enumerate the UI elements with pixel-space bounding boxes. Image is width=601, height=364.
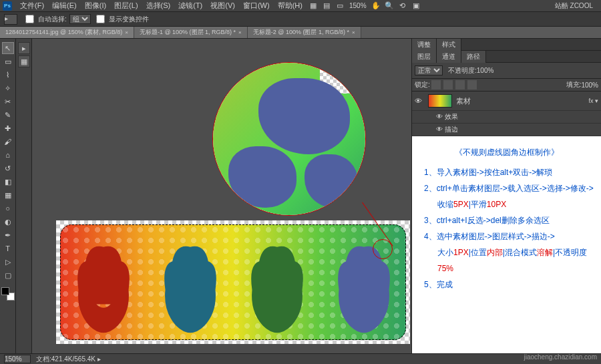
close-icon[interactable]: × (125, 29, 128, 35)
menu-view[interactable]: 视图(V) (206, 1, 239, 11)
hand-icon[interactable]: ✋ (371, 1, 381, 11)
wand-tool[interactable]: ✧ (2, 82, 14, 94)
opacity-value[interactable]: 100% (477, 67, 494, 74)
tutorial-step-1: 1、导入素材图->按住alt+双击->解琐 (419, 164, 594, 180)
close-icon[interactable]: × (238, 29, 242, 35)
stamp-tool[interactable]: ⌂ (2, 149, 14, 161)
face-3 (240, 240, 314, 340)
layer-stroke-row[interactable]: 👁 描边 (412, 124, 601, 136)
document-tab-2[interactable]: 无标题-1 @ 100% (图层 1, RGB/8) *× (134, 27, 248, 38)
canvas[interactable] (32, 39, 411, 353)
tab-paths[interactable]: 路径 (461, 51, 486, 63)
auto-select-label: 自动选择: (38, 15, 67, 24)
workspace: ↖ ▭ ⌇ ✧ ✂ ✎ ✚ 🖌 ⌂ ↺ ◧ ▦ ○ ◐ ✒ T ▷ ▢ ▸ ▦ (0, 39, 601, 353)
document-tab-3[interactable]: 无标题-2 @ 100% (图层 1, RGB/8) *× (248, 27, 361, 38)
magnifier-target-circle (373, 239, 393, 259)
gradient-tool[interactable]: ▦ (2, 189, 14, 201)
type-tool[interactable]: T (2, 242, 14, 254)
lock-transparency-icon[interactable] (431, 80, 441, 89)
tutorial-step-4b: 大小1PX|位置内部|混合模式溶解|不透明度75% (419, 244, 594, 277)
lock-position-icon[interactable] (455, 80, 465, 89)
fill-value[interactable]: 100% (581, 81, 598, 89)
menubar: Ps 文件(F) 编辑(E) 图像(I) 图层(L) 选择(S) 滤镜(T) 视… (0, 0, 601, 12)
tutorial-panel: 《不规则虚线圆角边框制作》 1、导入素材图->按住alt+双击->解琐 2、ct… (412, 136, 601, 353)
menu-window[interactable]: 窗口(W) (239, 1, 274, 11)
layers-header: 正常 不透明度: 100% (412, 63, 601, 79)
brush-tool[interactable]: 🖌 (2, 136, 14, 148)
lock-pixels-icon[interactable] (443, 80, 453, 89)
panels: 调整 样式 图层 通道 路径 正常 不透明度: 100% 锁定: 填充: 100… (411, 39, 601, 353)
pen-tool[interactable]: ✒ (2, 229, 14, 241)
menu-select[interactable]: 选择(S) (142, 1, 175, 11)
mini-tool-1[interactable]: ▸ (18, 42, 30, 54)
visibility-icon[interactable]: 👁 (415, 97, 424, 105)
layers-lock-row: 锁定: 填充: 100% (412, 79, 601, 92)
face-2 (154, 240, 227, 340)
status-bar: 文档:421.4K/565.4K ▸ (0, 353, 601, 364)
menu-filter[interactable]: 滤镜(T) (174, 1, 206, 11)
fill-label: 填充: (566, 80, 582, 89)
panel-tabs-layers: 图层 通道 路径 (412, 51, 601, 63)
layer-name[interactable]: 素材 (456, 96, 471, 106)
panel-tabs-top: 调整 样式 (412, 39, 601, 51)
layer-effects-row[interactable]: 👁 效果 (412, 111, 601, 124)
visibility-icon[interactable]: 👁 (436, 113, 443, 120)
zoom-icon[interactable]: 🔍 (384, 1, 395, 11)
arrange-icon[interactable]: ▭ (335, 1, 345, 11)
foreground-color[interactable] (1, 287, 9, 295)
blend-mode-select[interactable]: 正常 (415, 65, 443, 75)
options-bar: ▸ 自动选择: 组 显示变换控件 (0, 12, 601, 27)
toolbox: ↖ ▭ ⌇ ✧ ✂ ✎ ✚ 🖌 ⌂ ↺ ◧ ▦ ○ ◐ ✒ T ▷ ▢ (0, 39, 16, 353)
tab-adjustments[interactable]: 调整 (412, 39, 437, 51)
mini-tool-2[interactable]: ▦ (18, 55, 30, 67)
extras-icon[interactable]: ▤ (321, 1, 332, 11)
active-tool-icon[interactable]: ▸ (4, 14, 17, 25)
document-info[interactable]: 文档:421.4K/565.4K ▸ (36, 355, 101, 364)
tutorial-step-3: 3、ctrl+alt+I反选->del删除多余选区 (419, 212, 594, 228)
tutorial-title: 《不规则虚线圆角边框制作》 (419, 144, 594, 160)
zoom-level[interactable]: 150% (349, 2, 367, 9)
shape-tool[interactable]: ▢ (2, 269, 14, 281)
layer-thumbnail[interactable] (428, 94, 452, 108)
visibility-icon[interactable]: 👁 (436, 126, 443, 133)
dodge-tool[interactable]: ◐ (2, 216, 14, 228)
face-1 (67, 240, 140, 340)
menu-file[interactable]: 文件(F) (16, 1, 48, 11)
zoom-input[interactable] (4, 355, 31, 363)
color-swatches[interactable] (1, 287, 15, 301)
close-icon[interactable]: × (352, 29, 355, 35)
tab-channels[interactable]: 通道 (437, 51, 461, 63)
menu-edit[interactable]: 编辑(E) (48, 1, 81, 11)
eraser-tool[interactable]: ◧ (2, 176, 14, 188)
rotate-icon[interactable]: ⟲ (397, 1, 408, 11)
screen-mode-icon[interactable]: ▣ (411, 1, 421, 11)
fx-badge-icon[interactable]: fx ▾ (588, 98, 598, 104)
healing-tool[interactable]: ✚ (2, 122, 14, 134)
tab-styles[interactable]: 样式 (437, 39, 461, 51)
menu-image[interactable]: 图像(I) (81, 1, 110, 11)
menu-help[interactable]: 帮助(H) (274, 1, 307, 11)
show-transform-checkbox[interactable] (96, 15, 105, 23)
lasso-tool[interactable]: ⌇ (2, 69, 14, 81)
eyedropper-tool[interactable]: ✎ (2, 109, 14, 121)
lock-all-icon[interactable] (467, 80, 477, 89)
menu-layer[interactable]: 图层(L) (110, 1, 142, 11)
workspace-switcher[interactable]: 站酷 ZCOOL (550, 1, 598, 11)
blur-tool[interactable]: ○ (2, 202, 14, 214)
show-transform-label: 显示变换控件 (109, 15, 149, 24)
auto-select-checkbox[interactable] (25, 15, 34, 23)
lock-label: 锁定: (415, 80, 430, 89)
crop-tool[interactable]: ✂ (2, 96, 14, 108)
path-select-tool[interactable]: ▷ (2, 256, 14, 268)
bridge-icon[interactable]: ▦ (308, 1, 319, 11)
artwork (60, 224, 406, 340)
move-tool[interactable]: ↖ (2, 42, 14, 54)
document-tab-1[interactable]: 1284012754141.jpg @ 150% (素材, RGB/8)× (0, 27, 134, 38)
history-brush-tool[interactable]: ↺ (2, 162, 14, 174)
auto-select-target[interactable]: 组 (69, 14, 91, 24)
marquee-tool[interactable]: ▭ (2, 55, 14, 67)
tutorial-step-5: 5、完成 (419, 277, 594, 293)
layer-row[interactable]: 👁 素材 fx ▾ (412, 92, 601, 111)
tab-layers[interactable]: 图层 (412, 51, 437, 63)
tutorial-step-2b: 收缩5PX|平滑10PX (419, 196, 594, 212)
